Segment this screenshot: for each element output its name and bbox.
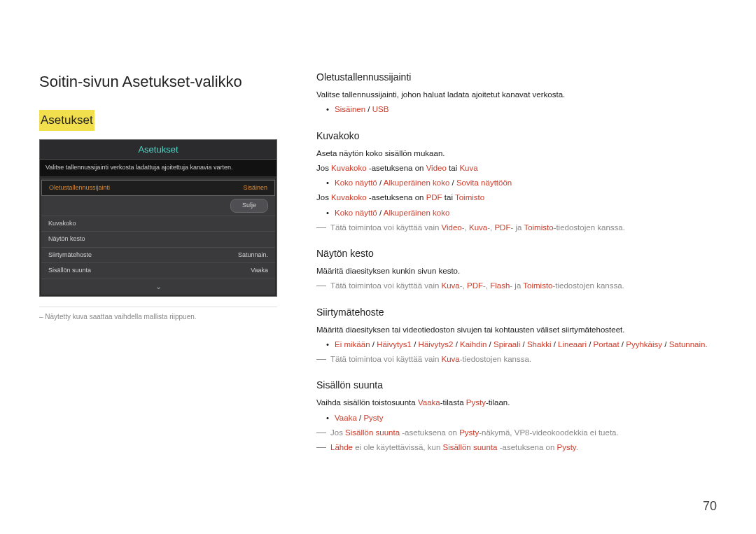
note-text: ― Tätä toimintoa voi käyttää vain Kuva-t…: [316, 353, 717, 365]
bullet-icon: •: [326, 177, 329, 189]
bullet-item: • Koko näyttö / Alkuperäinen koko: [326, 207, 717, 219]
row-label: Näytön kesto: [48, 234, 85, 244]
separator: /: [365, 105, 372, 113]
body-text: Määritä diaesityksen kunkin sivun kesto.: [316, 265, 717, 277]
chevron-down-icon[interactable]: ⌄: [41, 279, 275, 295]
note-dash-icon: ―: [316, 353, 326, 365]
body-text: Määritä diaesityksen tai videotiedoston …: [316, 324, 717, 336]
panel-description: Valitse tallennussijainti verkosta ladat…: [40, 160, 276, 177]
panel-row-screen-duration[interactable]: Näytön kesto: [41, 232, 275, 248]
note-text: ― Tätä toimintoa voi käyttää vain Video-…: [316, 222, 717, 234]
section-heading: Asetukset: [39, 110, 94, 131]
body-text: Jos Kuvakoko -asetuksena on PDF tai Toim…: [316, 192, 717, 204]
bullet-item: • Ei mikään / Häivytys1 / Häivytys2 / Ka…: [326, 339, 717, 351]
panel-row-default-storage[interactable]: Oletustallennussijainti Sisäinen: [41, 180, 275, 197]
note-dash-icon: ―: [316, 280, 326, 292]
bullet-icon: •: [326, 104, 329, 115]
subhead-transition: Siirtymätehoste: [316, 305, 717, 320]
panel-row-transition[interactable]: Siirtymätehoste Satunnain.: [41, 248, 275, 264]
page-title: Soitin-sivun Asetukset-valikko: [39, 70, 277, 93]
row-value: Vaaka: [251, 266, 268, 276]
close-button[interactable]: Sulje: [230, 199, 268, 213]
body-text: Jos Kuvakoko -asetuksena on Video tai Ku…: [316, 162, 717, 174]
note-dash-icon: ―: [316, 442, 326, 454]
subhead-content-orientation: Sisällön suunta: [316, 378, 717, 393]
content-column: Oletustallennussijainti Valitse tallennu…: [316, 70, 717, 456]
option-usb: USB: [372, 105, 389, 113]
panel-row-content-orientation[interactable]: Sisällön suunta Vaaka: [41, 263, 275, 279]
panel-close-row: Sulje: [41, 196, 275, 216]
body-text: Vaihda sisällön toistosuunta Vaaka-tilas…: [316, 397, 717, 409]
bullet-item: • Vaaka / Pysty: [326, 412, 717, 424]
bullet-item: • Sisäinen / USB: [326, 104, 717, 115]
note-text: ― Tätä toimintoa voi käyttää vain Kuva-,…: [316, 280, 717, 292]
option-internal: Sisäinen: [335, 105, 365, 113]
row-label: Kuvakoko: [48, 219, 76, 229]
bullet-icon: •: [326, 339, 329, 351]
panel-title: Asetukset: [40, 140, 276, 160]
image-disclaimer: – Näytetty kuva saattaa vaihdella mallis…: [39, 307, 277, 322]
page-number: 70: [703, 497, 717, 516]
note-text: ― Jos Sisällön suunta -asetuksena on Pys…: [316, 427, 717, 439]
note-text: ― Lähde ei ole käytettävissä, kun Sisäll…: [316, 442, 717, 454]
row-value: Satunnain.: [238, 251, 268, 260]
bullet-item: • Koko näyttö / Alkuperäinen koko / Sovi…: [326, 177, 717, 189]
bullet-icon: •: [326, 412, 329, 424]
bullet-icon: •: [326, 207, 329, 219]
row-value: Sisäinen: [243, 183, 267, 193]
subhead-screen-duration: Näytön kesto: [316, 246, 717, 261]
row-label: Sisällön suunta: [48, 266, 91, 276]
body-text: Aseta näytön koko sisällön mukaan.: [316, 148, 717, 160]
note-dash-icon: ―: [316, 222, 326, 234]
subhead-image-size: Kuvakoko: [316, 129, 717, 143]
panel-body: Oletustallennussijainti Sisäinen Sulje K…: [40, 177, 276, 297]
subhead-default-storage: Oletustallennussijainti: [316, 70, 717, 85]
note-dash-icon: ―: [316, 427, 326, 439]
body-text: Valitse tallennussijainti, johon haluat …: [316, 89, 717, 101]
settings-panel: Asetukset Valitse tallennussijainti verk…: [39, 139, 277, 297]
row-label: Siirtymätehoste: [48, 251, 92, 260]
panel-row-image-size[interactable]: Kuvakoko: [41, 216, 275, 232]
row-label: Oletustallennussijainti: [49, 183, 110, 193]
